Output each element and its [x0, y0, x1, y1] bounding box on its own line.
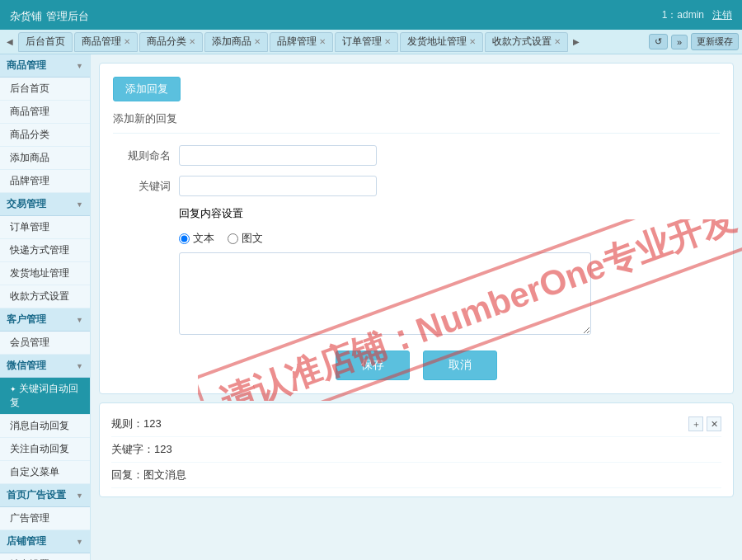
- save-button[interactable]: 保存: [336, 351, 410, 380]
- keyword-input[interactable]: [179, 176, 377, 196]
- sidebar-item-product-mgmt[interactable]: 商品管理: [0, 101, 90, 124]
- tab-label: 商品分类: [147, 35, 186, 49]
- radio-image[interactable]: 图文: [228, 231, 263, 246]
- list-item-rule: 规则：123 ＋ ✕: [111, 412, 721, 437]
- group-title: 客户管理: [7, 313, 46, 327]
- sidebar-item-keyword-reply[interactable]: 关键词自动回复: [0, 378, 90, 415]
- tab-next-arrow[interactable]: ▶: [570, 37, 583, 46]
- tab-label: 发货地址管理: [407, 35, 467, 49]
- rule-name-input[interactable]: [179, 145, 377, 166]
- sidebar-item-order[interactable]: 订单管理: [0, 216, 90, 239]
- sidebar-item-brand[interactable]: 品牌管理: [0, 170, 90, 193]
- sidebar-item-custom-menu[interactable]: 自定义菜单: [0, 461, 90, 484]
- sidebar-item-payment[interactable]: 收款方式设置: [0, 285, 90, 308]
- logo: 杂货铺 管理后台: [10, 7, 89, 24]
- tab-close-icon[interactable]: ✕: [384, 37, 391, 46]
- group-title: 微信管理: [7, 359, 46, 373]
- group-title: 商品管理: [7, 59, 46, 73]
- tab-close-icon[interactable]: ✕: [124, 37, 130, 46]
- sidebar-item-follow-reply[interactable]: 关注自动回复: [0, 438, 90, 461]
- logo-text: 杂货铺: [10, 10, 42, 22]
- sidebar: 商品管理 ▼ 后台首页 商品管理 商品分类 添加商品 品牌管理 交易管理 ▼ 订…: [0, 54, 91, 560]
- tab-product-cat[interactable]: 商品分类 ✕: [139, 32, 203, 52]
- tab-prev-arrow[interactable]: ◀: [3, 37, 16, 46]
- sidebar-group-ad: 首页广告设置 ▼: [0, 484, 90, 507]
- list-keyword-text: 关键字：123: [111, 442, 172, 457]
- tab-product-mgmt[interactable]: 商品管理 ✕: [74, 32, 138, 52]
- tab-label: 收款方式设置: [492, 35, 552, 49]
- tab-shipping-addr[interactable]: 发货地址管理 ✕: [400, 32, 483, 52]
- tab-add-product[interactable]: 添加商品 ✕: [204, 32, 268, 52]
- tab-payment-settings[interactable]: 收款方式设置 ✕: [485, 32, 568, 52]
- group-chevron-icon: ▼: [76, 316, 83, 324]
- group-title: 首页广告设置: [7, 488, 66, 502]
- more-button[interactable]: »: [671, 35, 688, 49]
- logout-link[interactable]: 注销: [712, 9, 732, 21]
- refresh-button[interactable]: ↺: [649, 34, 668, 49]
- tab-label: 品牌管理: [277, 35, 317, 49]
- tab-brand-mgmt[interactable]: 品牌管理 ✕: [270, 32, 333, 52]
- sidebar-item-express[interactable]: 快递方式管理: [0, 239, 90, 262]
- list-item-actions: ＋ ✕: [688, 416, 721, 431]
- group-chevron-icon: ▼: [76, 538, 83, 546]
- tab-label: 商品管理: [82, 35, 121, 49]
- tab-order-mgmt[interactable]: 订单管理 ✕: [335, 32, 398, 52]
- reply-content-label-row: 回复内容设置: [113, 206, 720, 221]
- tab-close-icon[interactable]: ✕: [554, 37, 561, 46]
- sidebar-item-site-settings[interactable]: 站点设置: [0, 553, 90, 560]
- textarea-row: [113, 252, 720, 337]
- tab-close-icon[interactable]: ✕: [319, 37, 326, 46]
- sidebar-group-trade: 交易管理 ▼: [0, 193, 90, 216]
- list-item-keyword: 关键字：123: [111, 437, 721, 463]
- list-delete-button[interactable]: ✕: [707, 416, 721, 431]
- sidebar-group-wechat: 微信管理 ▼: [0, 355, 90, 378]
- sidebar-item-ad-mgmt[interactable]: 广告管理: [0, 507, 90, 530]
- subtitle-text: 管理后台: [46, 10, 89, 22]
- sidebar-item-home[interactable]: 后台首页: [0, 78, 90, 101]
- radio-image-input[interactable]: [228, 233, 238, 244]
- rule-name-label: 规则命名: [113, 148, 179, 163]
- tabbar-actions: ↺ » 更新缓存: [649, 33, 739, 50]
- btn-row: 保存 取消: [113, 351, 720, 380]
- sidebar-item-msg-reply[interactable]: 消息自动回复: [0, 415, 90, 438]
- radio-image-label: 图文: [242, 231, 263, 246]
- list-item-reply: 回复：图文消息: [111, 463, 721, 488]
- sidebar-item-add-product[interactable]: 添加商品: [0, 147, 90, 170]
- sidebar-group-store: 店铺管理 ▼: [0, 530, 90, 553]
- radio-text[interactable]: 文本: [179, 231, 214, 246]
- rule-name-row: 规则命名: [113, 145, 720, 166]
- header-right: 1：admin 注销: [662, 8, 732, 22]
- reply-textarea[interactable]: [179, 252, 591, 335]
- group-chevron-icon: ▼: [76, 62, 83, 70]
- list-add-button[interactable]: ＋: [688, 416, 703, 431]
- update-cache-button[interactable]: 更新缓存: [691, 33, 739, 50]
- reply-content-title: 回复内容设置: [179, 206, 243, 221]
- list-card: 规则：123 ＋ ✕ 关键字：123 回复：图文消息: [99, 402, 734, 497]
- radio-text-input[interactable]: [179, 233, 190, 244]
- tab-label: 订单管理: [342, 35, 382, 49]
- tab-close-icon[interactable]: ✕: [189, 37, 195, 46]
- tab-label: 添加商品: [212, 35, 251, 49]
- form-title: 添加新的回复: [113, 111, 720, 134]
- tab-close-icon[interactable]: ✕: [469, 37, 476, 46]
- keyword-label: 关键词: [113, 179, 179, 194]
- group-title: 交易管理: [7, 197, 46, 211]
- add-reply-button[interactable]: 添加回复: [113, 77, 181, 101]
- sidebar-item-member[interactable]: 会员管理: [0, 332, 90, 355]
- group-chevron-icon: ▼: [76, 492, 83, 500]
- sidebar-item-shipping[interactable]: 发货地址管理: [0, 262, 90, 285]
- tabbar: ◀ 后台首页 商品管理 ✕ 商品分类 ✕ 添加商品 ✕ 品牌管理 ✕ 订单管理 …: [0, 30, 742, 54]
- sidebar-group-product: 商品管理 ▼: [0, 54, 90, 78]
- group-chevron-icon: ▼: [76, 362, 83, 370]
- tab-home[interactable]: 后台首页: [18, 32, 73, 52]
- list-reply-text: 回复：图文消息: [111, 468, 186, 482]
- cancel-button[interactable]: 取消: [423, 351, 497, 380]
- form-card: 添加回复 添加新的回复 规则命名 关键词 回复内容设置 文本: [99, 63, 734, 394]
- main-content: 请认准店铺：NumberOne专业开发 添加回复 添加新的回复 规则命名 关键词…: [91, 54, 742, 560]
- tab-close-icon[interactable]: ✕: [254, 37, 261, 46]
- layout: 商品管理 ▼ 后台首页 商品管理 商品分类 添加商品 品牌管理 交易管理 ▼ 订…: [0, 54, 742, 560]
- sidebar-item-product-cat[interactable]: 商品分类: [0, 124, 90, 147]
- keyword-row: 关键词: [113, 176, 720, 196]
- radio-group: 文本 图文: [113, 231, 720, 246]
- header: 杂货铺 管理后台 1：admin 注销: [0, 0, 742, 30]
